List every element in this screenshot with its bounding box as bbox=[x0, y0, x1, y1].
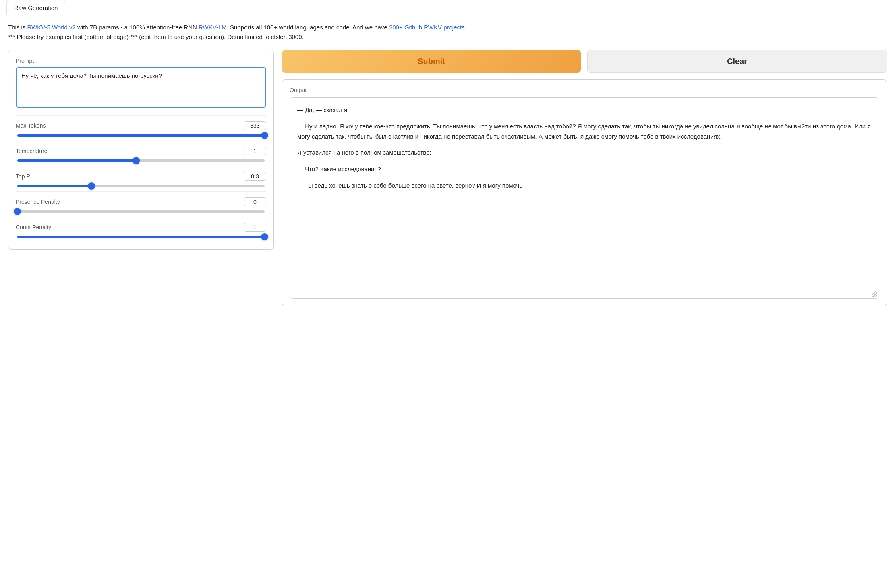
slider-top-p-thumb[interactable] bbox=[88, 182, 95, 190]
slider-max-tokens-thumb[interactable] bbox=[261, 132, 268, 139]
slider-presence-penalty: Presence Penalty 0 bbox=[16, 191, 266, 217]
slider-temperature-label: Temperature bbox=[16, 148, 48, 154]
right-panel: Submit Clear Output — Да, — сказал я.— Н… bbox=[282, 50, 887, 306]
sliders-section: Max Tokens 333 Temperature 1 bbox=[16, 115, 266, 242]
prompt-label: Prompt bbox=[16, 58, 266, 64]
slider-count-penalty-label: Count Penalty bbox=[16, 224, 51, 230]
submit-button[interactable]: Submit bbox=[282, 50, 581, 73]
slider-temperature-value: 1 bbox=[244, 147, 266, 155]
slider-max-tokens-track[interactable] bbox=[17, 134, 265, 137]
tab-raw-generation[interactable]: Raw Generation bbox=[6, 0, 65, 15]
desc-line2: *** Please try examples first (bottom of… bbox=[8, 32, 887, 42]
slider-presence-penalty-label: Presence Penalty bbox=[16, 199, 60, 205]
output-paragraph: Я уставился на него в полном замешательс… bbox=[297, 148, 872, 158]
link-github[interactable]: 200+ Github RWKV projects bbox=[389, 24, 465, 31]
output-paragraph: — Что? Какие исследования? bbox=[297, 164, 872, 174]
slider-temperature-track[interactable] bbox=[17, 159, 265, 162]
description: This is RWKV-5 World v2 with 7B params -… bbox=[0, 15, 895, 46]
slider-top-p-label: Top P bbox=[16, 173, 30, 180]
slider-max-tokens-label: Max Tokens bbox=[16, 122, 46, 129]
desc-text3: . Supports all 100+ world languages and … bbox=[227, 24, 389, 31]
slider-temperature-fill bbox=[17, 159, 136, 162]
output-label: Output bbox=[290, 87, 879, 93]
slider-temperature-header: Temperature 1 bbox=[16, 147, 266, 155]
prompt-panel: Prompt Ну чё, как у тебя дела? Ты понима… bbox=[8, 50, 274, 250]
buttons-row: Submit Clear bbox=[282, 50, 887, 73]
prompt-textarea[interactable]: Ну чё, как у тебя дела? Ты понимаешь по-… bbox=[16, 67, 266, 108]
left-panel: Prompt Ну чё, как у тебя дела? Ты понима… bbox=[8, 50, 274, 306]
output-paragraph: — Ты ведь хочешь знать о себе больше все… bbox=[297, 181, 872, 191]
slider-max-tokens-header: Max Tokens 333 bbox=[16, 121, 266, 130]
desc-text2: with 7B params - a 100% attention-free R… bbox=[76, 24, 199, 31]
output-box: — Да, — сказал я.— Ну и ладно. Я хочу те… bbox=[290, 97, 879, 299]
output-panel: Output — Да, — сказал я.— Ну и ладно. Я … bbox=[282, 79, 887, 306]
slider-count-penalty-track[interactable] bbox=[17, 236, 265, 238]
slider-count-penalty: Count Penalty 1 bbox=[16, 217, 266, 242]
slider-top-p-header: Top P 0.3 bbox=[16, 172, 266, 181]
slider-presence-penalty-value: 0 bbox=[244, 197, 266, 206]
tab-bar: Raw Generation bbox=[0, 0, 895, 15]
slider-top-p-track[interactable] bbox=[17, 185, 265, 187]
resize-handle[interactable] bbox=[872, 291, 877, 297]
slider-max-tokens-fill bbox=[17, 134, 265, 137]
main-layout: Prompt Ну чё, как у тебя дела? Ты понима… bbox=[0, 46, 895, 315]
clear-button[interactable]: Clear bbox=[587, 50, 887, 73]
slider-max-tokens: Max Tokens 333 bbox=[16, 115, 266, 141]
slider-max-tokens-value: 333 bbox=[244, 121, 266, 130]
slider-temperature-thumb[interactable] bbox=[133, 157, 140, 164]
slider-presence-penalty-header: Presence Penalty 0 bbox=[16, 197, 266, 206]
slider-top-p-fill bbox=[17, 185, 91, 187]
link-rwkv5[interactable]: RWKV-5 World v2 bbox=[27, 24, 76, 31]
slider-presence-penalty-thumb[interactable] bbox=[14, 208, 21, 215]
slider-count-penalty-header: Count Penalty 1 bbox=[16, 223, 266, 232]
slider-count-penalty-thumb[interactable] bbox=[261, 233, 268, 240]
desc-text1: This is bbox=[8, 24, 27, 31]
link-rwkvlm[interactable]: RWKV-LM bbox=[199, 24, 227, 31]
slider-temperature: Temperature 1 bbox=[16, 141, 266, 166]
output-paragraph: — Да, — сказал я. bbox=[297, 105, 872, 115]
slider-top-p-value: 0.3 bbox=[244, 172, 266, 181]
output-paragraph: — Ну и ладно. Я хочу тебе кое-что предло… bbox=[297, 122, 872, 142]
slider-presence-penalty-track[interactable] bbox=[17, 210, 265, 213]
slider-count-penalty-fill bbox=[17, 236, 265, 238]
slider-top-p: Top P 0.3 bbox=[16, 166, 266, 191]
slider-count-penalty-value: 1 bbox=[244, 223, 266, 232]
desc-text4: . bbox=[465, 24, 466, 31]
